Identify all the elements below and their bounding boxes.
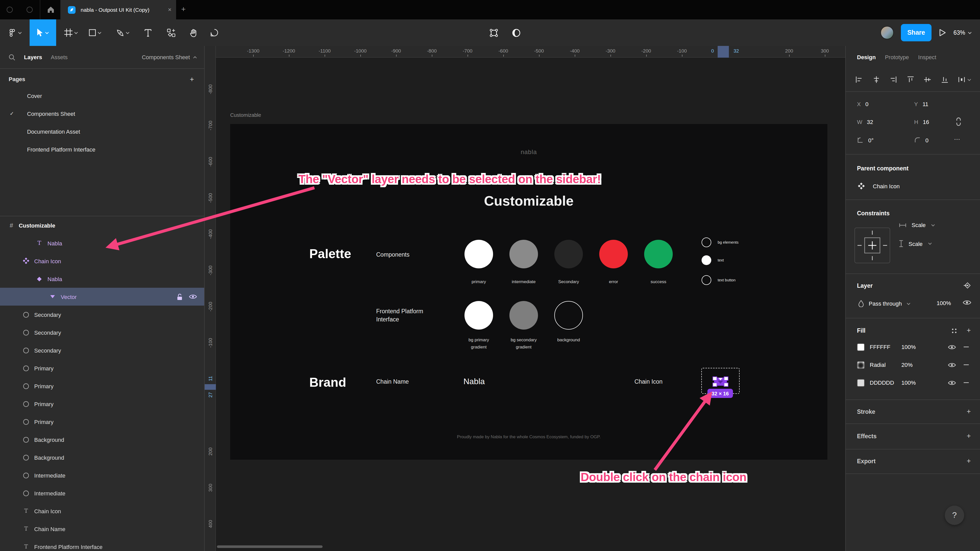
frame-tool-button[interactable]: [60, 19, 82, 46]
layer-row-primary[interactable]: Primary: [0, 377, 204, 395]
window-control-icon[interactable]: [27, 6, 33, 13]
y-position-field[interactable]: Y 11: [914, 101, 928, 107]
section-customizable[interactable]: # Customizable: [0, 216, 204, 235]
present-play-icon[interactable]: [939, 29, 946, 37]
add-page-button[interactable]: +: [190, 75, 194, 83]
layer-row-intermediate[interactable]: Intermediate: [0, 484, 204, 502]
align-horizontal-center-icon[interactable]: [872, 76, 880, 84]
add-effect-button[interactable]: +: [967, 432, 971, 440]
fill-swatch[interactable]: [857, 361, 865, 368]
share-button[interactable]: Share: [901, 24, 932, 41]
layer-row-secondary[interactable]: Secondary: [0, 324, 204, 341]
search-icon[interactable]: [9, 54, 15, 60]
distribute-menu[interactable]: [958, 76, 971, 84]
x-position-field[interactable]: X 0: [857, 101, 869, 107]
vertical-constraint-select[interactable]: Scale: [899, 240, 932, 248]
tab-assets[interactable]: Assets: [51, 54, 68, 60]
add-stroke-button[interactable]: +: [967, 407, 971, 415]
layer-row-background[interactable]: Background: [0, 448, 204, 466]
main-menu-button[interactable]: [4, 19, 25, 46]
layer-row-primary[interactable]: Primary: [0, 413, 204, 430]
shape-tool-button[interactable]: [84, 19, 106, 46]
mini-swatch-text-button[interactable]: [702, 275, 711, 285]
add-fill-button[interactable]: +: [967, 326, 971, 334]
fill-opacity[interactable]: 20%: [901, 362, 913, 368]
eye-icon[interactable]: [948, 344, 956, 350]
new-tab-button[interactable]: +: [181, 5, 186, 13]
fill-row-radial[interactable]: Radial20%: [857, 358, 969, 372]
remove-fill-icon[interactable]: [963, 362, 969, 368]
layer-row-background[interactable]: Background: [0, 430, 204, 448]
swatch-primary[interactable]: [465, 240, 493, 268]
remove-fill-icon[interactable]: [963, 380, 969, 386]
layer-row-primary[interactable]: Primary: [0, 395, 204, 413]
layer-row-primary[interactable]: Primary: [0, 359, 204, 377]
horizontal-constraint-select[interactable]: Scale: [899, 222, 935, 228]
edit-object-button[interactable]: [484, 19, 503, 46]
mini-swatch-text[interactable]: [702, 256, 711, 265]
tab-layers[interactable]: Layers: [24, 54, 42, 60]
eye-icon[interactable]: [948, 380, 956, 386]
blend-mode-select[interactable]: Pass through: [858, 300, 911, 307]
rotation-field[interactable]: 0°: [857, 137, 873, 143]
canvas[interactable]: Customizable nabla Customizable Palette …: [216, 58, 845, 551]
swatch-error[interactable]: [599, 240, 628, 268]
tab-close-icon[interactable]: ×: [168, 6, 172, 13]
layer-opacity[interactable]: 100%: [937, 300, 951, 306]
align-right-icon[interactable]: [889, 76, 897, 84]
fill-name[interactable]: Radial: [870, 362, 901, 368]
page-row-documentation-asset[interactable]: Documentation Asset: [0, 122, 204, 140]
pen-tool-button[interactable]: [112, 19, 134, 46]
fill-styles-icon[interactable]: [951, 327, 958, 334]
mini-swatch-bg-elements[interactable]: [702, 238, 711, 247]
fill-name[interactable]: DDDDDD: [870, 380, 901, 386]
hand-tool-button[interactable]: [184, 19, 203, 46]
swatch-background[interactable]: [554, 301, 583, 330]
home-button[interactable]: [44, 4, 57, 15]
corner-radius-field[interactable]: 0: [914, 137, 928, 143]
resources-tool-button[interactable]: [162, 19, 180, 46]
fill-swatch[interactable]: [857, 343, 865, 351]
height-field[interactable]: H 16: [914, 119, 929, 125]
avatar[interactable]: [880, 26, 894, 39]
page-row-frontend-platform-interface[interactable]: Frontend Platform Interface: [0, 140, 204, 158]
swatch-intermediate[interactable]: [509, 240, 538, 268]
fill-row-dddddd[interactable]: DDDDDD100%: [857, 375, 969, 390]
page-row-cover[interactable]: Cover: [0, 87, 204, 105]
page-row-components-sheet[interactable]: ✓Components Sheet: [0, 105, 204, 122]
page-selector[interactable]: Components Sheet: [142, 54, 197, 60]
window-control-icon[interactable]: [6, 6, 13, 13]
constrain-proportions-icon[interactable]: [956, 118, 962, 126]
parent-component-row[interactable]: Chain Icon: [858, 183, 900, 190]
layer-row-chain-icon[interactable]: TChain Icon: [0, 502, 204, 520]
swatch-secondary[interactable]: [554, 240, 583, 268]
fill-opacity[interactable]: 100%: [901, 380, 916, 386]
move-tool-button[interactable]: [30, 19, 56, 46]
eye-icon[interactable]: [963, 300, 971, 306]
layer-row-frontend-platform-interface[interactable]: TFrontend Platform Interface: [0, 538, 204, 551]
tab-inspect[interactable]: Inspect: [918, 54, 936, 60]
layer-row-chain-name[interactable]: TChain Name: [0, 520, 204, 538]
fill-row-ffffff[interactable]: FFFFFF100%: [857, 340, 969, 354]
customizable-frame[interactable]: nabla Customizable Palette Components pr…: [230, 124, 827, 460]
eye-icon[interactable]: [189, 294, 197, 300]
layer-row-nabla[interactable]: TNabla: [0, 234, 204, 252]
file-tab[interactable]: nabla - Outpost UI Kit (Copy) ×: [61, 0, 176, 19]
layer-row-secondary[interactable]: Secondary: [0, 306, 204, 324]
layer-row-vector[interactable]: Vector: [0, 288, 204, 306]
remove-fill-icon[interactable]: [963, 344, 969, 350]
swatch-success[interactable]: [644, 240, 673, 268]
fill-opacity[interactable]: 100%: [901, 344, 916, 350]
help-button[interactable]: ?: [945, 506, 964, 525]
more-options-icon[interactable]: ⋯: [954, 136, 961, 143]
zoom-menu[interactable]: 63%: [953, 30, 972, 36]
layer-row-intermediate[interactable]: Intermediate: [0, 466, 204, 484]
swatch-bg-secondary-gradient[interactable]: [509, 301, 538, 330]
align-vertical-center-icon[interactable]: [923, 76, 932, 84]
mask-button[interactable]: [506, 19, 526, 46]
align-left-icon[interactable]: [855, 76, 863, 84]
go-to-main-component-icon[interactable]: [963, 281, 972, 290]
unlock-icon[interactable]: [177, 293, 183, 300]
text-tool-button[interactable]: [139, 19, 157, 46]
add-export-button[interactable]: +: [967, 457, 971, 465]
